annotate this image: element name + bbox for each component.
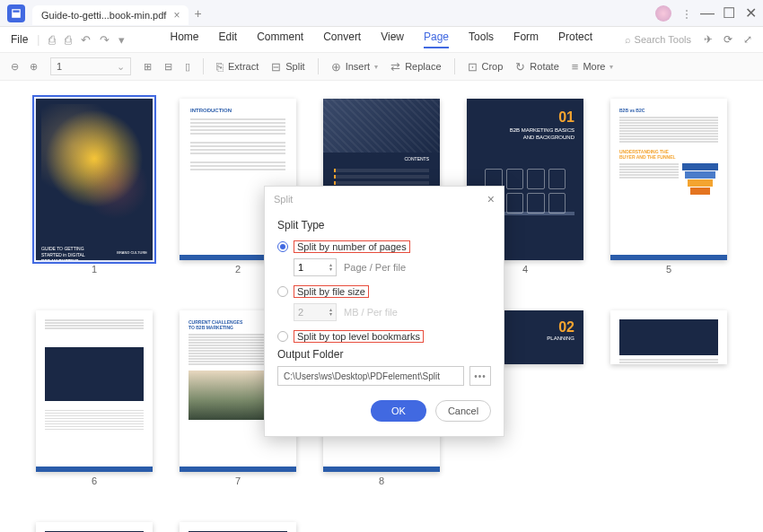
minimize-button[interactable]: —: [702, 8, 713, 19]
page-toolbar: ⊖ ⊕ 1 ⌄ ⊞ ⊟ ▯ ⎘Extract ⊟Split ⊕Insert▾ ⇄…: [0, 52, 763, 81]
search-icon: ⌕: [625, 34, 631, 45]
redo-icon[interactable]: ↷: [100, 33, 110, 47]
page-thumb-1[interactable]: GUIDE TO GETTING STARTED in DIGITAL B2B …: [36, 99, 153, 275]
chevron-down-icon: ▾: [374, 63, 378, 71]
browse-folder-button[interactable]: •••: [469, 366, 491, 386]
crop-icon: ⊡: [468, 60, 478, 74]
radio-pages[interactable]: [277, 241, 288, 252]
sync-icon[interactable]: ⟳: [724, 33, 732, 46]
replace-button[interactable]: ⇄Replace: [390, 60, 441, 74]
tab-close-icon[interactable]: ×: [173, 9, 180, 22]
insert-button[interactable]: ⊕Insert▾: [331, 60, 379, 74]
layout-icon-3[interactable]: ▯: [185, 61, 190, 73]
extract-icon: ⎘: [216, 60, 224, 74]
dialog-close-icon[interactable]: ×: [487, 192, 495, 206]
split-icon: ⊟: [271, 60, 281, 74]
new-tab-button[interactable]: +: [194, 6, 201, 21]
tab-title: Guide-to-getti...book-min.pdf: [41, 10, 166, 21]
dialog-title: Split: [274, 194, 293, 205]
radio-size[interactable]: [277, 286, 288, 297]
split-type-label: Split Type: [277, 219, 491, 231]
more-button[interactable]: ≡More▾: [572, 60, 614, 74]
option-split-by-size[interactable]: Split by file size: [277, 285, 491, 298]
layout-icon-1[interactable]: ⊞: [144, 61, 152, 73]
close-window-button[interactable]: ✕: [745, 8, 756, 19]
tab-view[interactable]: View: [381, 31, 404, 48]
rotate-button[interactable]: ↻Rotate: [515, 60, 558, 74]
tab-convert[interactable]: Convert: [323, 31, 361, 48]
replace-icon: ⇄: [390, 60, 400, 74]
page-thumb-5[interactable]: B2B vs B2C UNDERSTANDING THEBUYER AND TH…: [610, 99, 727, 275]
pages-count-input[interactable]: 1 ▴▾: [294, 258, 337, 276]
send-icon[interactable]: ✈: [704, 33, 713, 46]
dropdown-icon[interactable]: ▾: [118, 33, 125, 47]
chevron-down-icon: ⌄: [117, 61, 125, 73]
search-tools[interactable]: ⌕ Search Tools: [625, 34, 691, 45]
tab-comment[interactable]: Comment: [257, 31, 303, 48]
insert-icon: ⊕: [331, 60, 341, 74]
layout-icon-2[interactable]: ⊟: [164, 61, 172, 73]
expand-icon[interactable]: ⤢: [743, 33, 752, 46]
page-thumb-10[interactable]: [610, 310, 727, 486]
user-avatar[interactable]: [655, 5, 671, 22]
undo-icon[interactable]: ↶: [81, 33, 91, 47]
titlebar: Guide-to-getti...book-min.pdf × + ⋯ — ☐ …: [0, 0, 763, 27]
ok-button[interactable]: OK: [371, 400, 426, 422]
option-split-by-pages[interactable]: Split by number of pages: [277, 240, 491, 253]
print-icon[interactable]: ⎙: [65, 33, 72, 47]
more-icon: ≡: [572, 60, 579, 74]
file-menu[interactable]: File: [11, 33, 28, 46]
tab-form[interactable]: Form: [513, 31, 539, 48]
more-menu-icon[interactable]: ⋯: [680, 9, 693, 18]
split-dialog: Split × Split Type Split by number of pa…: [264, 186, 504, 437]
output-folder-label: Output Folder: [277, 348, 491, 361]
output-folder-input[interactable]: C:\Users\ws\Desktop\PDFelement\Split: [277, 366, 464, 386]
split-button[interactable]: ⊟Split: [271, 60, 304, 74]
page-thumb-6[interactable]: 6: [36, 310, 153, 486]
zoom-in-icon[interactable]: ⊕: [30, 61, 38, 73]
step-down-icon[interactable]: ▾: [329, 267, 332, 272]
tab-protect[interactable]: Protect: [558, 31, 592, 48]
cancel-button[interactable]: Cancel: [435, 400, 491, 422]
tab-page[interactable]: Page: [424, 31, 449, 48]
zoom-out-icon[interactable]: ⊖: [11, 61, 19, 73]
tab-home[interactable]: Home: [170, 31, 198, 48]
option-split-by-bookmarks[interactable]: Split by top level bookmarks: [277, 330, 491, 343]
radio-bookmarks[interactable]: [277, 331, 288, 342]
rotate-icon: ↻: [515, 60, 525, 74]
extract-button[interactable]: ⎘Extract: [216, 60, 259, 74]
tab-tools[interactable]: Tools: [469, 31, 494, 48]
page-number-input[interactable]: 1 ⌄: [50, 57, 131, 75]
menubar: File | ⎙ ⎙ ↶ ↷ ▾ Home Edit Comment Conve…: [0, 27, 763, 52]
save-icon[interactable]: ⎙: [48, 33, 56, 47]
crop-button[interactable]: ⊡Crop: [468, 60, 504, 74]
app-icon: [7, 4, 25, 22]
chevron-down-icon: ▾: [610, 63, 613, 71]
size-input: 2 ▴▾: [294, 303, 337, 321]
page-thumb-12[interactable]: SEGMENTATION: [180, 522, 296, 532]
maximize-button[interactable]: ☐: [724, 8, 734, 19]
tab-edit[interactable]: Edit: [218, 31, 237, 48]
page-thumb-11[interactable]: UNDERSTANDING YOURVALUE PROPOSITION: [36, 522, 153, 532]
document-tab[interactable]: Guide-to-getti...book-min.pdf ×: [32, 5, 189, 25]
